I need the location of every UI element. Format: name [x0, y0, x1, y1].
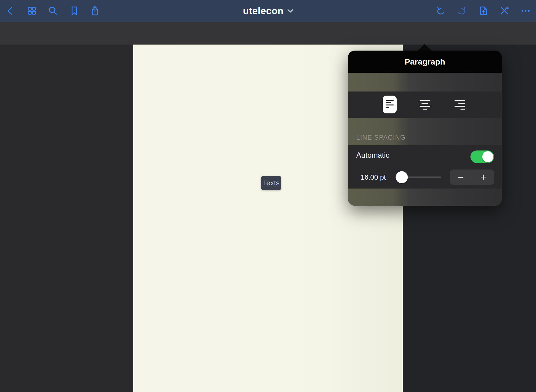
popover-title: Paragraph	[405, 57, 445, 66]
align-center-button[interactable]	[420, 100, 430, 111]
chevron-down-icon	[288, 9, 294, 13]
share-button[interactable]	[89, 5, 101, 17]
line-spacing-section: LINE SPACING	[348, 118, 502, 145]
back-button[interactable]	[5, 5, 16, 17]
align-left-icon	[386, 100, 394, 109]
align-left-button-selected[interactable]	[383, 96, 397, 113]
app-window: utelecon	[0, 0, 536, 392]
canvas-text-object[interactable]: Texts	[261, 176, 281, 190]
redo-button[interactable]	[456, 5, 467, 17]
automatic-toggle-on[interactable]	[470, 150, 494, 163]
automatic-label: Automatic	[356, 151, 389, 160]
add-page-button[interactable]	[477, 5, 489, 17]
increase-spacing-button[interactable]: +	[472, 170, 495, 185]
search-icon	[47, 5, 59, 17]
canvas-text-label: Texts	[263, 179, 280, 187]
add-page-icon	[477, 5, 489, 17]
search-button[interactable]	[47, 5, 59, 17]
paragraph-popover: Paragraph	[348, 51, 502, 206]
toggle-knob	[482, 151, 493, 162]
bookmark-icon	[68, 5, 80, 17]
align-right-icon	[455, 100, 465, 111]
redo-icon	[456, 5, 467, 17]
line-spacing-controls: Automatic 16.00 pt − +	[348, 145, 502, 189]
align-right-button[interactable]	[455, 100, 465, 111]
document-title: utelecon	[243, 6, 283, 16]
ellipsis-icon	[520, 5, 531, 17]
top-nav-bar: utelecon	[0, 0, 536, 22]
spacing-stepper: − +	[450, 170, 494, 185]
thumbnails-button[interactable]	[26, 5, 38, 17]
share-icon	[89, 5, 101, 17]
document-title-button[interactable]: utelecon	[243, 0, 294, 22]
popover-arrow	[417, 44, 432, 51]
spacing-value: 16.00 pt	[361, 173, 386, 181]
readonly-mode-button[interactable]	[499, 5, 510, 17]
undo-button[interactable]	[435, 5, 447, 17]
more-options-button[interactable]	[520, 5, 531, 17]
popover-header: Paragraph	[348, 51, 502, 73]
alignment-row	[348, 91, 502, 118]
undo-icon	[435, 5, 447, 17]
line-spacing-label: LINE SPACING	[356, 134, 406, 141]
back-chevron-icon	[5, 5, 16, 17]
bookmark-button[interactable]	[68, 5, 80, 17]
decrease-spacing-button[interactable]: −	[450, 170, 472, 185]
popover-footer	[348, 189, 502, 206]
align-center-icon	[420, 100, 430, 111]
crossed-pen-icon	[499, 5, 510, 17]
editing-toolbar: a	[0, 22, 536, 45]
grid-icon	[26, 5, 38, 17]
popover-spacer	[348, 73, 502, 91]
spacing-slider-thumb[interactable]	[396, 171, 408, 183]
